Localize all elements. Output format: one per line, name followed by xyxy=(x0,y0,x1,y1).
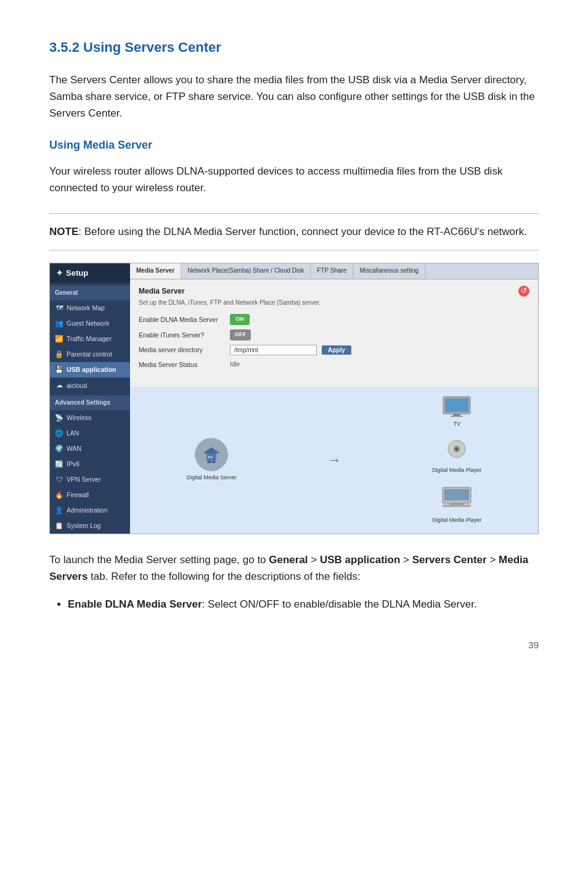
sidebar-item-network-map[interactable]: 🗺 Network Map xyxy=(50,300,130,316)
itunes-toggle[interactable]: OFF xyxy=(230,329,251,340)
sidebar-header: ✦ Setup xyxy=(50,263,130,283)
svg-rect-15 xyxy=(444,489,469,500)
ipv6-icon: 🔄 xyxy=(55,459,63,469)
ipv6-label: IPv6 xyxy=(67,459,80,469)
sidebar: ✦ Setup General 🗺 Network Map 👥 Guest Ne… xyxy=(50,263,130,534)
sidebar-item-ipv6[interactable]: 🔄 IPv6 xyxy=(50,456,130,472)
tab-ftp-share[interactable]: FTP Share xyxy=(311,263,353,279)
dlna-toggle[interactable]: ON xyxy=(230,314,250,325)
diagram-arrow: → xyxy=(327,450,341,471)
note-text: : Before using the DLNA Media Server fun… xyxy=(78,226,527,237)
sidebar-item-traffic-manager[interactable]: 📶 Traffic Manager xyxy=(50,331,130,347)
router-main: Media Server Network Place(Samba) Share … xyxy=(130,263,538,534)
svg-rect-17 xyxy=(443,505,471,507)
lan-label: LAN xyxy=(67,428,79,438)
field-row-dlna: Enable DLNA Media Server ON xyxy=(139,314,529,325)
sub-text: Your wireless router allows DLNA-support… xyxy=(49,163,539,196)
system-log-icon: 📋 xyxy=(55,521,63,531)
note-box: NOTE: Before using the DLNA Media Server… xyxy=(49,213,539,250)
refresh-button[interactable]: ↺ xyxy=(518,286,529,297)
diagram-area: Digital Media Server → TV xyxy=(130,387,538,534)
administration-label: Administration xyxy=(67,505,108,515)
bottom-bold-usb: USB application xyxy=(320,554,400,566)
directory-input[interactable] xyxy=(230,345,317,355)
note-label: NOTE xyxy=(49,226,78,237)
sidebar-item-wireless[interactable]: 📡 Wireless xyxy=(50,410,130,426)
vpn-server-icon: 🛡 xyxy=(55,474,63,485)
sidebar-item-system-log[interactable]: 📋 System Log xyxy=(50,518,130,534)
parental-control-label: Parental control xyxy=(67,349,112,359)
media-player-1-label: Digital Media Player xyxy=(432,466,481,475)
router-ui-screenshot: ✦ Setup General 🗺 Network Map 👥 Guest Ne… xyxy=(49,263,539,534)
field-row-directory: Media server directory Apply xyxy=(139,345,529,355)
bullet-title: Enable DLNA Media Server xyxy=(68,598,202,610)
parental-control-icon: 🔒 xyxy=(55,349,63,360)
sidebar-general-section: General xyxy=(50,286,130,300)
traffic-manager-icon: 📶 xyxy=(55,334,63,344)
sidebar-item-administration[interactable]: 👤 Administration xyxy=(50,503,130,518)
traffic-manager-label: Traffic Manager xyxy=(67,334,112,344)
guest-network-label: Guest Network xyxy=(67,318,109,328)
network-map-label: Network Map xyxy=(67,303,105,313)
media-player-2-label: Digital Media Player xyxy=(432,516,481,525)
bullet-text: : Select ON/OFF to enable/disable the DL… xyxy=(202,598,477,610)
system-log-label: System Log xyxy=(67,521,100,530)
bottom-bold-general: General xyxy=(269,554,308,566)
lan-icon: 🌐 xyxy=(55,428,63,439)
itunes-label: Enable iTunes Server? xyxy=(139,330,225,340)
dlna-label: Enable DLNA Media Server xyxy=(139,315,225,324)
media-player-1-icon xyxy=(444,440,469,464)
bottom-text: To launch the Media Server setting page,… xyxy=(49,551,539,585)
field-row-status: Media Server Status Idle xyxy=(139,360,529,369)
tab-network-place[interactable]: Network Place(Samba) Share / Cloud Disk xyxy=(181,263,311,279)
guest-network-icon: 👥 xyxy=(55,318,63,329)
svg-rect-8 xyxy=(445,398,468,412)
aicloud-icon: ☁ xyxy=(55,380,63,390)
page-number: 39 xyxy=(49,638,539,652)
administration-icon: 👤 xyxy=(55,505,63,516)
sidebar-item-firewall[interactable]: 🔥 Firewall xyxy=(50,487,130,503)
aicloud-label: aicloud xyxy=(67,381,87,390)
tv-label: TV xyxy=(453,420,460,429)
bottom-bold-servers: Servers Center xyxy=(412,554,487,566)
apply-button[interactable]: Apply xyxy=(322,345,351,355)
wan-label: WAN xyxy=(67,444,81,453)
diagram-media-player-2: Digital Media Player xyxy=(432,486,481,525)
tab-media-server[interactable]: Media Server xyxy=(130,263,181,279)
status-label: Media Server Status xyxy=(139,360,225,369)
sidebar-item-wan[interactable]: 🌍 WAN xyxy=(50,441,130,456)
usb-application-icon: 💾 xyxy=(55,365,63,375)
firewall-icon: 🔥 xyxy=(55,490,63,500)
logo-icon: ✦ xyxy=(56,267,63,279)
sidebar-item-vpn-server[interactable]: 🛡 VPN Server xyxy=(50,472,130,487)
server-label: Digital Media Server xyxy=(187,474,237,482)
diagram-right-devices: TV Digital Media Player xyxy=(432,395,481,525)
bullet-list: Enable DLNA Media Server: Select ON/OFF … xyxy=(68,596,539,613)
section-title: 3.5.2 Using Servers Center xyxy=(49,37,539,58)
sidebar-item-lan[interactable]: 🌐 LAN xyxy=(50,426,130,441)
svg-marker-1 xyxy=(203,447,220,453)
sidebar-item-usb-application[interactable]: 💾 USB application xyxy=(50,362,130,377)
intro-text: The Servers Center allows you to share t… xyxy=(49,72,539,122)
network-map-icon: 🗺 xyxy=(55,303,63,313)
diagram-media-player-1: Digital Media Player xyxy=(432,440,481,475)
firewall-label: Firewall xyxy=(67,490,89,500)
usb-application-label: USB application xyxy=(67,365,116,374)
sidebar-item-aicloud[interactable]: ☁ aicloud xyxy=(50,377,130,393)
sidebar-item-parental-control[interactable]: 🔒 Parental control xyxy=(50,347,130,362)
tab-miscallaneous[interactable]: Miscallaneous setting xyxy=(353,263,425,279)
sidebar-advanced-section: Advanced Settings xyxy=(50,395,130,410)
router-tabs: Media Server Network Place(Samba) Share … xyxy=(130,263,538,279)
server-icon xyxy=(195,438,228,471)
wan-icon: 🌍 xyxy=(55,444,63,454)
logo-text: Setup xyxy=(66,267,88,279)
svg-point-5 xyxy=(208,456,210,458)
vpn-server-label: VPN Server xyxy=(67,474,100,484)
svg-rect-10 xyxy=(451,416,463,417)
sidebar-item-guest-network[interactable]: 👥 Guest Network xyxy=(50,316,130,331)
tv-icon xyxy=(442,395,472,418)
content-section-desc: Set up the DLNA, iTunes, FTP and Network… xyxy=(139,298,321,308)
svg-rect-9 xyxy=(453,414,460,416)
media-player-2-icon xyxy=(441,486,472,514)
sub-title: Using Media Server xyxy=(49,137,539,154)
